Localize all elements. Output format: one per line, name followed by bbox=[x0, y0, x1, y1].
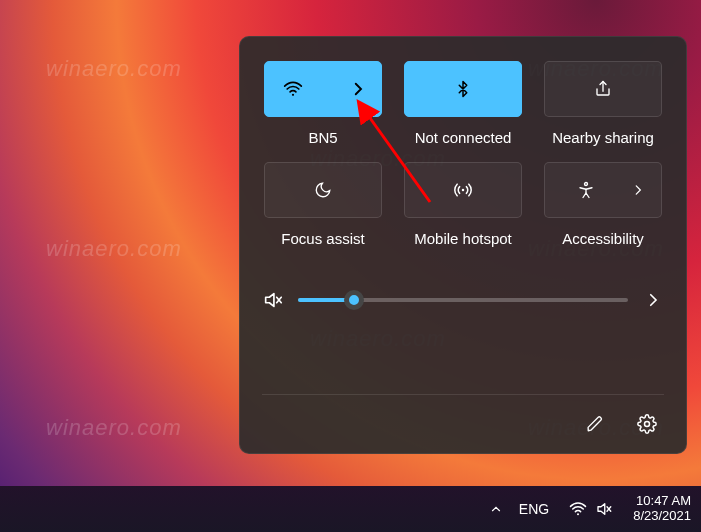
focus-assist-label: Focus assist bbox=[281, 230, 364, 247]
open-settings-button[interactable] bbox=[630, 407, 664, 441]
wifi-icon bbox=[283, 79, 303, 99]
chevron-right-icon bbox=[349, 80, 367, 98]
focus-assist-toggle-button[interactable] bbox=[264, 162, 382, 218]
accessibility-expand-button[interactable] bbox=[625, 177, 651, 203]
accessibility-label: Accessibility bbox=[562, 230, 644, 247]
volume-mute-icon bbox=[595, 500, 613, 518]
tile-wifi: BN5 bbox=[262, 61, 384, 146]
taskbar: ENG 10:47 AM 8/23/2021 bbox=[0, 486, 701, 532]
wifi-toggle-button[interactable] bbox=[264, 61, 382, 117]
share-icon bbox=[594, 80, 612, 98]
wifi-expand-button[interactable] bbox=[345, 76, 371, 102]
volume-output-expand-button[interactable] bbox=[642, 291, 664, 309]
mobile-hotspot-label: Mobile hotspot bbox=[414, 230, 512, 247]
tile-bluetooth: Not connected bbox=[402, 61, 524, 146]
moon-icon bbox=[314, 181, 332, 199]
svg-point-3 bbox=[645, 422, 650, 427]
language-indicator[interactable]: ENG bbox=[519, 501, 549, 517]
svg-point-0 bbox=[292, 94, 294, 96]
quick-settings-tiles: BN5 Not connected Nearby sharing bbox=[262, 61, 664, 247]
svg-point-5 bbox=[577, 513, 579, 515]
tray-overflow-button[interactable] bbox=[487, 500, 505, 518]
taskbar-time: 10:47 AM bbox=[636, 494, 691, 509]
gear-icon bbox=[637, 414, 657, 434]
bluetooth-label: Not connected bbox=[415, 129, 512, 146]
nearby-sharing-toggle-button[interactable] bbox=[544, 61, 662, 117]
tile-nearby-sharing: Nearby sharing bbox=[542, 61, 664, 146]
chevron-right-icon bbox=[644, 291, 662, 309]
volume-mute-icon[interactable] bbox=[262, 289, 284, 311]
svg-point-2 bbox=[585, 183, 588, 186]
chevron-up-icon bbox=[489, 502, 503, 516]
volume-row bbox=[262, 289, 664, 311]
chevron-right-icon bbox=[631, 183, 645, 197]
mobile-hotspot-toggle-button[interactable] bbox=[404, 162, 522, 218]
pencil-icon bbox=[586, 415, 604, 433]
accessibility-toggle-button[interactable] bbox=[544, 162, 662, 218]
wifi-label: BN5 bbox=[308, 129, 337, 146]
panel-footer bbox=[262, 394, 664, 441]
bluetooth-toggle-button[interactable] bbox=[404, 61, 522, 117]
system-tray-network-sound[interactable] bbox=[563, 496, 619, 522]
wifi-icon bbox=[569, 500, 587, 518]
hotspot-icon bbox=[453, 180, 473, 200]
tile-accessibility: Accessibility bbox=[542, 162, 664, 247]
tile-mobile-hotspot: Mobile hotspot bbox=[402, 162, 524, 247]
accessibility-icon bbox=[577, 181, 595, 199]
edit-quick-settings-button[interactable] bbox=[578, 407, 612, 441]
taskbar-clock[interactable]: 10:47 AM 8/23/2021 bbox=[633, 494, 691, 524]
bluetooth-icon bbox=[454, 80, 472, 98]
svg-point-1 bbox=[462, 189, 465, 192]
volume-slider[interactable] bbox=[298, 298, 628, 302]
nearby-sharing-label: Nearby sharing bbox=[552, 129, 654, 146]
taskbar-date: 8/23/2021 bbox=[633, 509, 691, 524]
quick-settings-panel: BN5 Not connected Nearby sharing bbox=[239, 36, 687, 454]
volume-slider-thumb[interactable] bbox=[344, 290, 364, 310]
tile-focus-assist: Focus assist bbox=[262, 162, 384, 247]
